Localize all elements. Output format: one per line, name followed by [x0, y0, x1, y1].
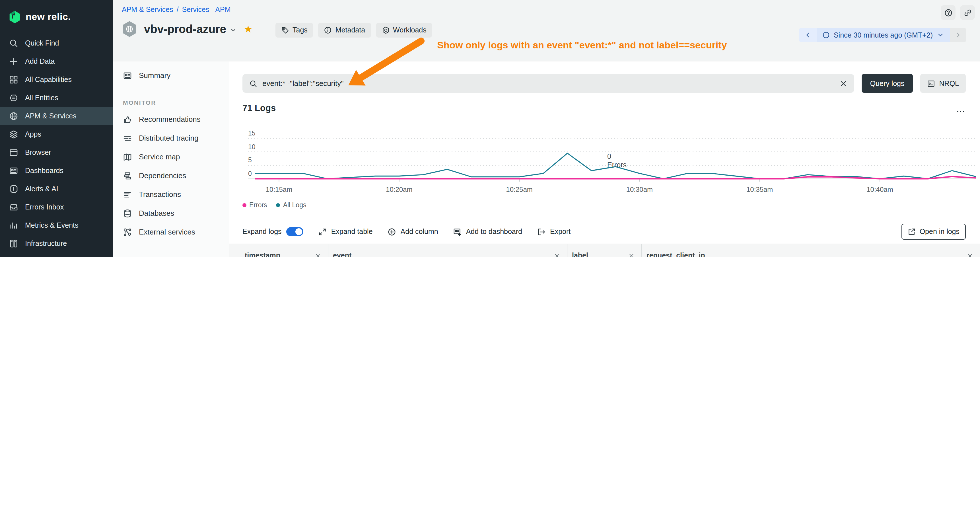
- sidebar-item-all-entities[interactable]: All Entities: [0, 89, 113, 107]
- table-header-row: timestampeventlabelrequest_client_ip: [229, 243, 980, 257]
- breadcrumb-services-apm[interactable]: Services - APM: [182, 6, 231, 14]
- favorite-star-icon[interactable]: ★: [244, 24, 253, 34]
- open-in-logs-button[interactable]: Open in logs: [902, 224, 966, 240]
- new-relic-logo[interactable]: new relic.: [0, 0, 113, 34]
- chevron-right-icon: [955, 31, 962, 39]
- clear-search-icon[interactable]: [840, 80, 847, 88]
- legend-item-all-logs[interactable]: All Logs: [276, 202, 307, 208]
- topbar-icons: [941, 5, 975, 20]
- toggle-switch[interactable]: [286, 227, 303, 236]
- subnav-item-service-map[interactable]: Service map: [113, 147, 229, 166]
- column-header-label: request_client_ip: [646, 251, 705, 257]
- time-picker-dropdown[interactable]: Since 30 minutes ago (GMT+2): [817, 28, 950, 42]
- expand-table-label: Expand table: [331, 228, 373, 236]
- column-header-label: label: [572, 251, 588, 257]
- time-picker-forward-button[interactable]: [950, 28, 966, 42]
- db-icon: [123, 208, 132, 218]
- sidebar-item-apm-services[interactable]: APM & Services: [0, 107, 113, 125]
- x-axis-tick-label: 10:25am: [506, 186, 532, 194]
- clock-icon: [822, 31, 830, 39]
- title-chevron-down-icon[interactable]: [230, 25, 237, 32]
- search-icon: [9, 39, 18, 48]
- add-column-button[interactable]: Add column: [388, 228, 438, 236]
- sidebar-item-alerts-ai[interactable]: Alerts & AI: [0, 180, 113, 198]
- breadcrumb-apm-services[interactable]: APM & Services: [122, 6, 173, 14]
- sidebar-item-infrastructure[interactable]: Infrastructure: [0, 234, 113, 253]
- column-header-label: timestamp: [245, 251, 280, 257]
- metadata-button[interactable]: Metadata: [318, 23, 371, 38]
- zero-errors-annotation: 0Errors: [607, 153, 627, 170]
- sidebar-item-label: APM & Services: [25, 112, 76, 120]
- search-row: event:* -"label":"security" Query logs N…: [242, 74, 966, 93]
- search-icon: [249, 80, 257, 88]
- expand-table-button[interactable]: Expand table: [318, 228, 373, 236]
- column-header-label[interactable]: label: [567, 244, 641, 257]
- link-icon: [963, 8, 972, 17]
- new-relic-logo-icon: [8, 10, 21, 24]
- logs-timeseries-chart[interactable]: 15105010:15am10:20am10:25am10:30am10:35a…: [229, 118, 980, 195]
- remove-column-icon[interactable]: [628, 253, 635, 257]
- sidebar-item-dashboards[interactable]: Dashboards: [0, 162, 113, 180]
- help-circle-button[interactable]: [941, 5, 956, 20]
- add-to-dashboard-label: Add to dashboard: [466, 228, 522, 236]
- sidebar-item-errors-inbox[interactable]: Errors Inbox: [0, 198, 113, 216]
- sidebar-item-apps[interactable]: Apps: [0, 125, 113, 143]
- right-column: APM & Services / Services - APM vbv-prod…: [113, 0, 980, 257]
- sidebar-item-label: Dashboards: [25, 167, 64, 175]
- workloads-button[interactable]: Workloads: [376, 23, 432, 38]
- subnav-item-external-services[interactable]: External services: [113, 223, 229, 241]
- sidebar-item-metrics-events[interactable]: Metrics & Events: [0, 216, 113, 234]
- new-relic-app: new relic. Quick FindAdd DataAll Capabil…: [0, 0, 980, 257]
- entity-title-row: vbv-prod-azure ★: [122, 21, 252, 38]
- add-to-dashboard-button[interactable]: Add to dashboard: [453, 228, 522, 236]
- subnav-item-recommendations[interactable]: Recommendations: [113, 110, 229, 129]
- chart-options-dots-icon[interactable]: [956, 107, 965, 116]
- time-picker-back-button[interactable]: [799, 28, 817, 42]
- add-dashboard-icon: [453, 228, 461, 236]
- x-axis-tick-label: 10:15am: [266, 186, 292, 194]
- log-search-input[interactable]: event:* -"label":"security": [242, 74, 854, 93]
- subnav-item-dependencies[interactable]: Dependencies: [113, 166, 229, 185]
- export-button[interactable]: Export: [537, 228, 571, 236]
- sidebar-item-add-data[interactable]: Add Data: [0, 53, 113, 71]
- expand-logs-toggle[interactable]: Expand logs: [242, 227, 303, 236]
- zero-errors-value: 0: [607, 153, 627, 161]
- chart-plot-svg: [229, 118, 980, 182]
- logo-wordmark: new relic.: [25, 11, 71, 23]
- servers-icon: [9, 239, 18, 248]
- breadcrumb: APM & Services / Services - APM: [122, 6, 231, 14]
- sidebar-item-quick-find[interactable]: Quick Find: [0, 34, 113, 53]
- remove-column-icon[interactable]: [315, 253, 321, 257]
- tags-button[interactable]: Tags: [275, 23, 313, 38]
- x-axis-tick-label: 10:35am: [746, 186, 773, 194]
- remove-column-icon[interactable]: [554, 253, 560, 257]
- subnav-item-label: Dependencies: [139, 171, 186, 180]
- globe-icon: [9, 111, 18, 121]
- subnav-item-databases[interactable]: Databases: [113, 204, 229, 223]
- column-header-timestamp[interactable]: timestamp: [229, 244, 328, 257]
- sidebar-item-label: Alerts & AI: [25, 185, 58, 193]
- subnav-item-distributed-tracing[interactable]: Distributed tracing: [113, 129, 229, 147]
- remove-column-icon[interactable]: [967, 253, 973, 257]
- sidebar-item-label: Apps: [25, 130, 41, 138]
- query-logs-button[interactable]: Query logs: [862, 74, 913, 93]
- column-header-request-client-ip[interactable]: request_client_ip: [641, 244, 980, 257]
- y-axis-tick-label: 15: [248, 130, 256, 137]
- primary-nav: Quick FindAdd DataAll CapabilitiesAll En…: [0, 34, 113, 257]
- search-query-text: event:* -"label":"security": [262, 79, 344, 88]
- subnav-item-label: Summary: [139, 71, 170, 80]
- y-axis-tick-label: 10: [248, 143, 256, 150]
- expand-icon: [318, 228, 327, 236]
- sidebar-item-logs[interactable]: Logs: [0, 253, 113, 257]
- subnav-item-transactions[interactable]: Transactions: [113, 185, 229, 204]
- external-link-icon: [908, 228, 916, 236]
- subnav-item-summary[interactable]: Summary: [113, 66, 229, 85]
- dashboard-icon: [9, 166, 18, 175]
- sidebar-item-browser[interactable]: Browser: [0, 143, 113, 162]
- permalink-button[interactable]: [960, 5, 975, 20]
- column-header-event[interactable]: event: [328, 244, 567, 257]
- nrql-button[interactable]: NRQL: [921, 74, 966, 93]
- legend-item-errors[interactable]: Errors: [242, 202, 267, 208]
- sidebar-item-all-capabilities[interactable]: All Capabilities: [0, 71, 113, 89]
- plus-circle-icon: [388, 228, 396, 236]
